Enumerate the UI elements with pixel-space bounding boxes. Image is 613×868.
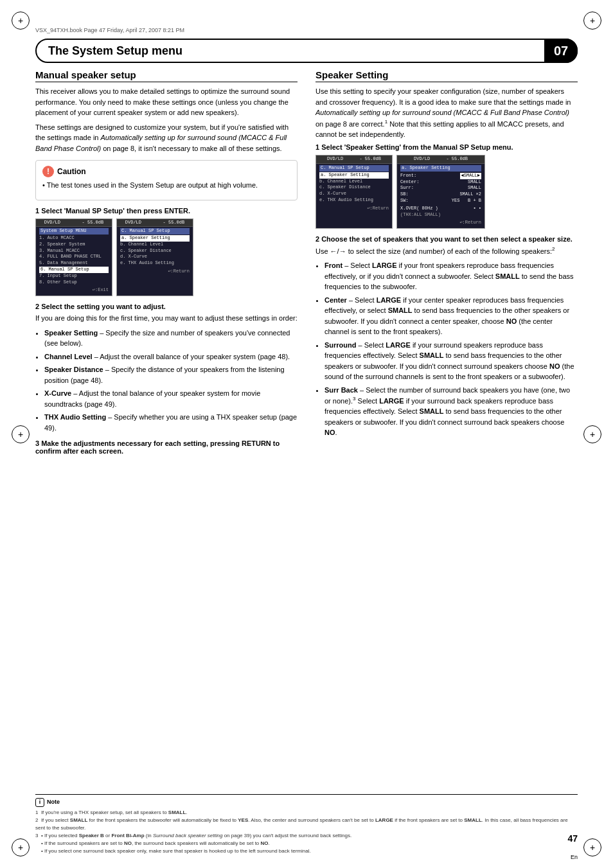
page-lang: En	[571, 854, 578, 860]
page-number: 47	[567, 833, 578, 844]
footnote-1: 1 If you're using a THX speaker setup, s…	[35, 809, 578, 817]
corner-mark-tl	[12, 12, 30, 30]
corner-mark-mr	[583, 425, 601, 443]
right-step2-header: 2 Choose the set of speakers that you wa…	[315, 235, 578, 243]
left-step3: 3 Make the adjustments necessary for eac…	[35, 439, 298, 455]
caution-title: ! Caution	[42, 166, 290, 177]
screen1-right: DVD/LD - 55.0dB C. Manual SP Setup a. Sp…	[315, 155, 393, 229]
screen2-right: DVD/LD - 55.0dB a. Speaker Setting Front…	[396, 155, 485, 229]
right-column: Speaker Setting Use this setting to spec…	[315, 69, 578, 461]
left-intro-p1: This receiver allows you to make detaile…	[35, 86, 298, 118]
caution-box: ! Caution • The test tones used in the S…	[35, 160, 298, 200]
note-icon: i	[35, 798, 44, 807]
right-section-title: Speaker Setting	[315, 69, 578, 82]
right-step1-screens: DVD/LD - 55.0dB C. Manual SP Setup a. Sp…	[315, 155, 578, 229]
bullet-thx-audio: THX Audio Setting – Specify whether you …	[44, 412, 298, 433]
bullet-center: Center – Select LARGE if your center spe…	[324, 295, 578, 337]
chapter-number: 07	[544, 39, 578, 63]
right-step1-header: 1 Select 'Speaker Setting' from the Manu…	[315, 143, 578, 151]
right-para1: Use this setting to specify your speaker…	[315, 86, 578, 139]
screen2-left: DVD/LD - 55.0dB C. Manual SP Setup a. Sp…	[116, 218, 193, 297]
left-step2-header: 2 Select the setting you want to adjust.	[35, 303, 298, 310]
left-step2-desc: If you are doing this for the first time…	[35, 313, 298, 324]
bullet-xcurve: X-Curve – Adjust the tonal balance of yo…	[44, 388, 298, 409]
left-step2-bullets: Speaker Setting – Specify the size and n…	[44, 328, 298, 434]
left-column: Manual speaker setup This receiver allow…	[35, 69, 298, 461]
header-bar: The System Setup menu 07	[35, 39, 578, 63]
footnote-3a: 3 • If you selected Speaker B or Front B…	[35, 832, 578, 840]
main-content: Manual speaker setup This receiver allow…	[35, 69, 578, 829]
footnote-3c: • If you select one surround back speake…	[35, 847, 578, 855]
page-title: The System Setup menu	[48, 44, 182, 58]
left-step1-header: 1 Select 'Manual SP Setup' then press EN…	[35, 207, 298, 215]
corner-mark-br	[583, 838, 601, 856]
caution-text: • The test tones used in the System Setu…	[42, 180, 290, 191]
bullet-surround: Surround – Select LARGE if your surround…	[324, 340, 578, 382]
left-step1: 1 Select 'Manual SP Setup' then press EN…	[35, 207, 298, 297]
right-step2-desc: Use ←/→ to select the size (and number) …	[315, 245, 578, 256]
right-step1: 1 Select 'Speaker Setting' from the Manu…	[315, 143, 578, 229]
bullet-channel-level: Channel Level – Adjust the overall balan…	[44, 351, 298, 362]
right-step2: 2 Choose the set of speakers that you wa…	[315, 235, 578, 438]
left-intro-p2: These settings are designed to customize…	[35, 122, 298, 154]
bullet-front: Front – Select LARGE if your front speak…	[324, 260, 578, 292]
caution-icon: !	[42, 166, 54, 177]
footer-notes: i Note 1 If you're using a THX speaker s…	[35, 794, 578, 855]
left-step2: 2 Select the setting you want to adjust.…	[35, 303, 298, 433]
footnote-2: 2 If you select SMALL for the front spea…	[35, 817, 578, 832]
note-label: i Note	[35, 798, 578, 807]
corner-mark-bl	[12, 838, 30, 856]
columns-layout: Manual speaker setup This receiver allow…	[35, 69, 578, 461]
footnote-3b: • If the surround speakers are set to NO…	[35, 840, 578, 847]
right-step2-bullets: Front – Select LARGE if your front speak…	[324, 260, 578, 438]
left-step3-header: 3 Make the adjustments necessary for eac…	[35, 439, 298, 455]
corner-mark-ml	[12, 425, 30, 443]
bullet-speaker-setting: Speaker Setting – Specify the size and n…	[44, 328, 298, 349]
footnotes: 1 If you're using a THX speaker setup, s…	[35, 809, 578, 855]
bullet-speaker-distance: Speaker Distance – Specify the distance …	[44, 364, 298, 385]
file-info: VSX_94TXH.book Page 47 Friday, April 27,…	[35, 27, 184, 33]
corner-mark-tr	[583, 12, 601, 30]
step1-screens: DVD/LD - 55.0dB System Setup MENU 1. Aut…	[35, 218, 298, 297]
screen1-left: DVD/LD - 55.0dB System Setup MENU 1. Aut…	[35, 218, 112, 297]
bullet-surr-back: Surr Back – Select the number of surroun…	[324, 385, 578, 438]
left-section-title: Manual speaker setup	[35, 69, 298, 82]
